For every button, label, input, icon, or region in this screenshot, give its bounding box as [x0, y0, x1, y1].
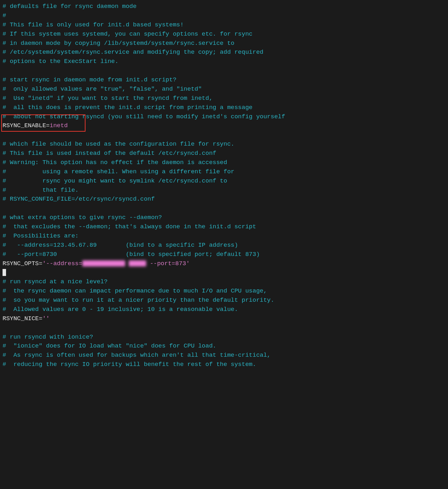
- code-line: # /etc/systemd/system/rsync.service and …: [3, 48, 445, 57]
- comment-text: #: [3, 12, 6, 19]
- code-line: # This file is used instead of the defau…: [3, 149, 445, 158]
- code-line: # options to the ExecStart line.: [3, 57, 445, 66]
- config-value: '': [42, 315, 50, 322]
- string-fragment: --port=873': [146, 260, 190, 267]
- code-line: [3, 66, 445, 75]
- code-line: # start rsync in daemon mode from init.d…: [3, 75, 445, 85]
- code-line: # Use "inetd" if you want to start the r…: [3, 94, 445, 103]
- comment-text: # reducing the rsync IO priority will be…: [3, 361, 256, 368]
- comment-text: # Use "inetd" if you want to start the r…: [3, 95, 213, 102]
- redacted-text: [129, 260, 146, 267]
- comment-text: # run rsyncd at a nice level?: [3, 278, 108, 285]
- code-line: # using a remote shell. When using a dif…: [3, 167, 445, 176]
- comment-text: # which file should be used as the confi…: [3, 141, 234, 148]
- code-line: # If this system uses systemd, you can s…: [3, 30, 445, 39]
- code-line: # Allowed values are 0 - 19 inclusive; 1…: [3, 305, 445, 314]
- code-line: # --address=123.45.67.89 (bind to a spec…: [3, 241, 445, 250]
- comment-text: # options to the ExecStart line.: [3, 58, 119, 65]
- comment-text: # --port=8730 (bind to specified port; d…: [3, 251, 260, 258]
- config-key: RSYNC_OPTS: [3, 260, 39, 267]
- config-value: inetd: [50, 122, 68, 129]
- code-line: # only allowed values are "true", "false…: [3, 85, 445, 94]
- text-cursor: [3, 269, 6, 276]
- code-line: RSYNC_OPTS='--address= --port=873': [3, 259, 445, 268]
- code-line: # so you may want to run it at a nicer p…: [3, 296, 445, 305]
- code-line: RSYNC_NICE='': [3, 314, 445, 323]
- equals-sign: =: [39, 260, 42, 267]
- code-line: RSYNC_ENABLE=inetd: [3, 121, 445, 130]
- string-fragment: '--address=: [42, 260, 82, 267]
- comment-text: # This file is used instead of the defau…: [3, 150, 216, 157]
- comment-text: # As rsync is often used for backups whi…: [3, 352, 271, 359]
- comment-text: # that excludes the --daemon; that's alw…: [3, 223, 256, 230]
- config-key: RSYNC_NICE: [3, 315, 39, 322]
- code-line: # the rsync daemon can impact performanc…: [3, 286, 445, 296]
- comment-text: # rsync you might want to symlink /etc/r…: [3, 177, 227, 184]
- comment-text: # defaults file for rsync daemon mode: [3, 3, 137, 10]
- comment-text: # /etc/systemd/system/rsync.service and …: [3, 49, 263, 56]
- comment-text: # Allowed values are 0 - 19 inclusive; 1…: [3, 306, 238, 313]
- string-fragment: [125, 260, 129, 267]
- code-line: [3, 323, 445, 333]
- code-line: # which file should be used as the confi…: [3, 140, 445, 149]
- comment-text: # the rsync daemon can impact performanc…: [3, 287, 267, 294]
- comment-text: # "ionice" does for IO load what "nice" …: [3, 342, 216, 349]
- code-line: # RSYNC_CONFIG_FILE=/etc/rsync/rsyncd.co…: [3, 195, 445, 204]
- code-line: # what extra options to give rsync --dae…: [3, 213, 445, 222]
- code-line: #: [3, 11, 445, 20]
- config-key: RSYNC_ENABLE: [3, 122, 46, 129]
- code-line: # rsync you might want to symlink /etc/r…: [3, 176, 445, 186]
- code-line: [3, 130, 445, 140]
- code-line: # "ionice" does for IO load what "nice" …: [3, 341, 445, 351]
- comment-text: # all this does is prevent the init.d sc…: [3, 104, 253, 111]
- comment-text: # Warning: This option has no effect if …: [3, 159, 227, 166]
- code-line: # Warning: This option has no effect if …: [3, 158, 445, 167]
- code-line: # run rsyncd at a nice level?: [3, 277, 445, 286]
- code-line: # reducing the rsync IO priority will be…: [3, 360, 445, 369]
- equals-sign: =: [39, 315, 42, 322]
- comment-text: # about not starting rsyncd (you still n…: [3, 113, 285, 120]
- redacted-ip: [82, 260, 125, 267]
- code-line: # that excludes the --daemon; that's alw…: [3, 222, 445, 231]
- code-line: # This file is only used for init.d base…: [3, 20, 445, 30]
- code-line: # defaults file for rsync daemon mode: [3, 2, 445, 11]
- code-line: # --port=8730 (bind to specified port; d…: [3, 250, 445, 259]
- code-line: # run rsyncd with ionice?: [3, 333, 445, 342]
- equals-sign: =: [46, 122, 50, 129]
- comment-text: # Possibilities are:: [3, 232, 78, 239]
- code-line: # about not starting rsyncd (you still n…: [3, 112, 445, 121]
- comment-text: # only allowed values are "true", "false…: [3, 86, 202, 93]
- code-line: # As rsync is often used for backups whi…: [3, 351, 445, 360]
- code-line: # all this does is prevent the init.d sc…: [3, 103, 445, 112]
- comment-text: # so you may want to run it at a nicer p…: [3, 297, 274, 304]
- code-line: # Possibilities are:: [3, 231, 445, 241]
- comment-text: # that file.: [3, 187, 78, 194]
- config-file-view[interactable]: # defaults file for rsync daemon mode## …: [0, 0, 448, 375]
- code-line: # in daemon mode by copying /lib/systemd…: [3, 39, 445, 48]
- code-line: [3, 204, 445, 213]
- comment-text: # This file is only used for init.d base…: [3, 21, 184, 28]
- comment-text: # If this system uses systemd, you can s…: [3, 31, 253, 38]
- code-line: [3, 268, 445, 277]
- comment-text: # run rsyncd with ionice?: [3, 334, 93, 341]
- comment-text: # using a remote shell. When using a dif…: [3, 168, 234, 175]
- comment-text: # RSYNC_CONFIG_FILE=/etc/rsync/rsyncd.co…: [3, 196, 155, 203]
- comment-text: # --address=123.45.67.89 (bind to a spec…: [3, 242, 238, 249]
- code-line: # that file.: [3, 186, 445, 195]
- comment-text: # what extra options to give rsync --dae…: [3, 214, 162, 221]
- comment-text: # in daemon mode by copying /lib/systemd…: [3, 40, 234, 47]
- comment-text: # start rsync in daemon mode from init.d…: [3, 76, 176, 83]
